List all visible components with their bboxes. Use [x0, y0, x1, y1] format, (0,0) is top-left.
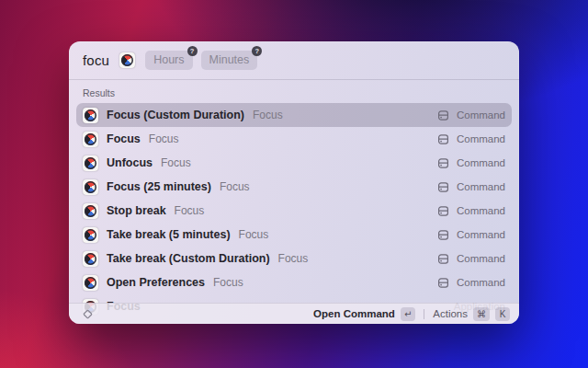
result-title: Open Preferences: [107, 276, 205, 289]
k-key-icon: K: [495, 307, 510, 321]
desktop-wallpaper: focu Hours ? Minutes ? Results Focus (Cu…: [0, 0, 588, 368]
result-type-label: Command: [457, 229, 505, 240]
result-row[interactable]: Stop break Focus Command: [76, 199, 512, 223]
results-list: Focus (Custom Duration) Focus Command Fo…: [69, 103, 519, 318]
search-bar[interactable]: focu Hours ? Minutes ?: [69, 41, 519, 80]
result-type-label: Command: [457, 157, 505, 168]
result-subtitle: Focus: [278, 252, 309, 265]
result-subtitle: Focus: [253, 109, 283, 121]
launcher-window: focu Hours ? Minutes ? Results Focus (Cu…: [69, 41, 519, 324]
search-input[interactable]: focu: [83, 52, 109, 68]
command-type-icon: [437, 253, 449, 265]
result-subtitle: Focus: [239, 228, 269, 241]
command-key-icon: ⌘: [473, 307, 490, 321]
result-subtitle: Focus: [175, 204, 205, 217]
result-title: Take break (Custom Duration): [107, 252, 270, 265]
focus-glyph-icon: [85, 253, 96, 265]
result-row[interactable]: Unfocus Focus Command: [76, 151, 512, 175]
result-row[interactable]: Focus (25 minutes) Focus Command: [76, 175, 512, 199]
result-title: Take break (5 minutes): [107, 228, 231, 241]
result-title: Focus: [107, 132, 141, 145]
result-type-label: Command: [457, 277, 505, 288]
focus-app-icon: [83, 203, 98, 219]
return-key-icon: ↵: [401, 307, 415, 321]
result-type-label: Command: [457, 133, 505, 144]
command-type-icon: [437, 181, 449, 193]
result-subtitle: Focus: [220, 180, 250, 193]
focus-app-icon: [83, 179, 98, 195]
footer-bar: Open Command ↵ Actions ⌘ K: [69, 303, 519, 324]
command-type-icon: [437, 205, 449, 217]
result-row[interactable]: Focus Focus Command: [76, 127, 512, 151]
argument-hours-label: Hours: [153, 53, 184, 66]
result-type-label: Command: [457, 109, 505, 121]
focus-app-icon: [83, 108, 98, 123]
focus-app-icon: [119, 52, 135, 68]
argument-pills: Hours ? Minutes ?: [145, 51, 257, 70]
raycast-logo-icon: [81, 307, 95, 321]
result-subtitle: Focus: [213, 276, 243, 289]
argument-hours[interactable]: Hours ?: [145, 51, 192, 70]
open-command-button[interactable]: Open Command: [313, 308, 395, 319]
focus-glyph-icon: [121, 54, 133, 66]
result-subtitle: Focus: [161, 156, 191, 169]
result-subtitle: Focus: [149, 132, 179, 145]
focus-glyph-icon: [85, 181, 96, 193]
focus-glyph-icon: [85, 133, 96, 145]
command-type-icon: [437, 277, 449, 289]
result-title: Stop break: [107, 204, 166, 217]
command-type-icon: [437, 133, 449, 145]
focus-glyph-icon: [85, 157, 96, 169]
result-title: Focus (25 minutes): [107, 180, 211, 193]
result-row[interactable]: Take break (Custom Duration) Focus Comma…: [76, 247, 512, 270]
optional-badge-icon: ?: [187, 46, 198, 56]
optional-badge-icon: ?: [252, 46, 262, 56]
focus-app-icon: [83, 155, 98, 171]
actions-button[interactable]: Actions: [433, 308, 468, 319]
focus-glyph-icon: [85, 277, 96, 289]
result-type-label: Command: [457, 205, 505, 216]
argument-minutes[interactable]: Minutes ?: [201, 51, 258, 70]
focus-app-icon: [83, 227, 98, 243]
command-type-icon: [437, 157, 449, 169]
command-type-icon: [437, 109, 449, 121]
footer-divider: [424, 309, 424, 319]
result-row[interactable]: Focus (Custom Duration) Focus Command: [76, 103, 512, 127]
result-row[interactable]: Open Preferences Focus Command: [76, 270, 512, 294]
result-title: Focus (Custom Duration): [107, 109, 244, 121]
argument-minutes-label: Minutes: [209, 53, 250, 66]
focus-glyph-icon: [85, 205, 96, 217]
focus-app-icon: [83, 132, 98, 147]
result-title: Unfocus: [107, 156, 153, 169]
result-row[interactable]: Take break (5 minutes) Focus Command: [76, 223, 512, 247]
focus-app-icon: [83, 275, 98, 291]
results-section-header: Results: [69, 80, 519, 103]
result-type-label: Command: [457, 181, 505, 192]
command-type-icon: [437, 229, 449, 241]
focus-glyph-icon: [85, 109, 96, 121]
focus-glyph-icon: [85, 229, 96, 241]
focus-app-icon: [83, 251, 98, 267]
result-type-label: Command: [457, 253, 505, 264]
